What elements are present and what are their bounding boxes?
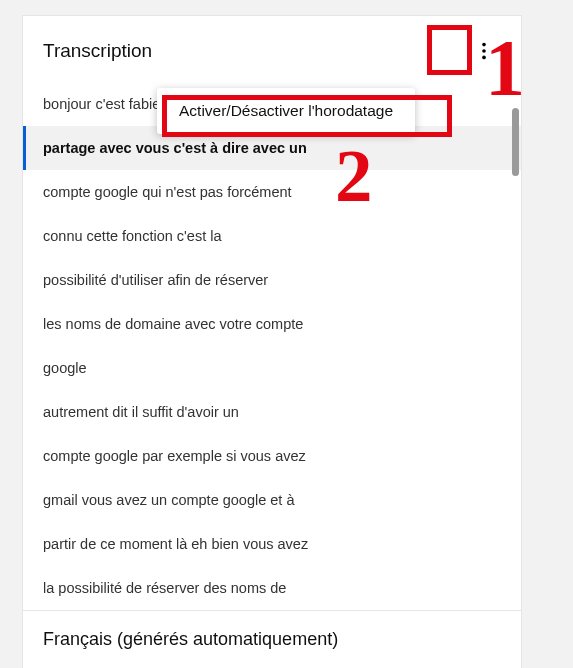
transcript-line[interactable]: possibilité d'utiliser afin de réserver: [23, 258, 521, 302]
panel-title: Transcription: [43, 40, 152, 62]
more-options-menu: Activer/Désactiver l'horodatage: [157, 88, 415, 134]
transcript-line[interactable]: les noms de domaine avec votre compte: [23, 302, 521, 346]
language-selector[interactable]: Français (générés automatiquement): [23, 610, 521, 668]
transcript-lines: bonjour c'est fabien de web and seo etpa…: [23, 82, 521, 610]
svg-point-2: [482, 56, 486, 60]
transcript-line[interactable]: compte google qui n'est pas forcément: [23, 170, 521, 214]
panel-header: Transcription: [23, 16, 521, 82]
transcript-line[interactable]: autrement dit il suffit d'avoir un: [23, 390, 521, 434]
transcript-line[interactable]: compte google par exemple si vous avez: [23, 434, 521, 478]
transcript-line[interactable]: connu cette fonction c'est la: [23, 214, 521, 258]
transcript-line[interactable]: gmail vous avez un compte google et à: [23, 478, 521, 522]
toggle-timestamps-item[interactable]: Activer/Désactiver l'horodatage: [157, 88, 415, 134]
transcript-line[interactable]: la possibilité de réserver des noms de: [23, 566, 521, 610]
more-options-button[interactable]: [465, 32, 503, 70]
svg-point-0: [482, 43, 486, 47]
scrollbar-thumb[interactable]: [512, 108, 519, 176]
transcript-line[interactable]: google: [23, 346, 521, 390]
more-vert-icon: [473, 40, 495, 62]
svg-point-1: [482, 49, 486, 53]
transcript-line[interactable]: partir de ce moment là eh bien vous avez: [23, 522, 521, 566]
